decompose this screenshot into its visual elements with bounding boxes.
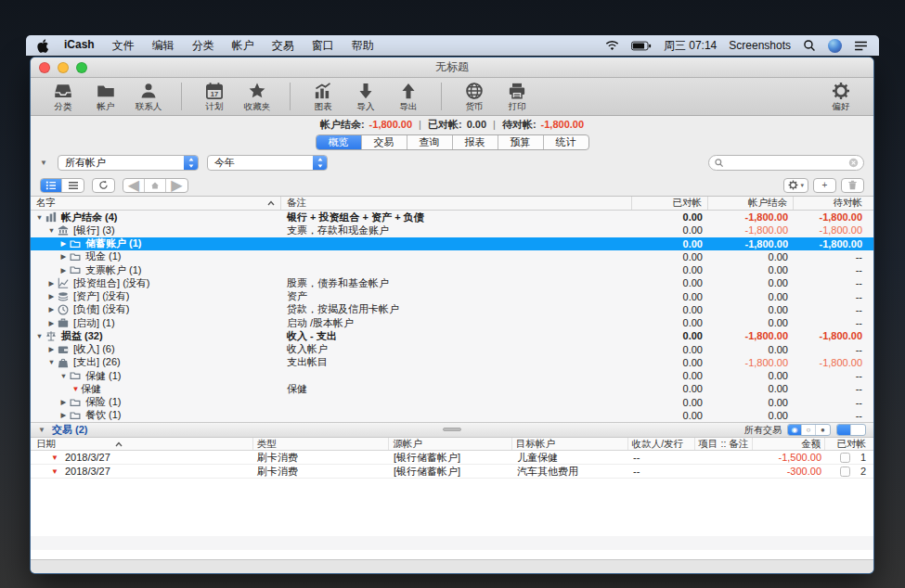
- account-row[interactable]: ▼[银行] (3)支票，存款和现金账户0.00-1,800.00-1,800.0…: [31, 224, 873, 236]
- notification-center-icon[interactable]: [854, 41, 868, 51]
- column-header-date[interactable]: 日期: [31, 438, 253, 450]
- expander-icon[interactable]: ▼: [34, 332, 45, 340]
- tray-button[interactable]: 分类: [42, 82, 84, 113]
- accounts-filter-popup[interactable]: 所有帐户: [58, 155, 199, 171]
- column-header-amount[interactable]: 金额: [753, 438, 825, 450]
- expander-icon[interactable]: ▼: [46, 358, 57, 366]
- expander-icon[interactable]: ▶: [46, 345, 57, 353]
- panel-disclosure-icon[interactable]: ▼: [40, 159, 49, 167]
- expander-icon[interactable]: ▶: [46, 319, 57, 327]
- menu-6[interactable]: 窗口: [312, 38, 334, 54]
- filter-all-icon[interactable]: ◉: [788, 425, 802, 435]
- expander-icon[interactable]: ▶: [58, 239, 69, 248]
- section-disclosure-icon[interactable]: ▼: [38, 426, 47, 434]
- column-header-name[interactable]: 名字: [31, 197, 281, 210]
- list-detail-view-button[interactable]: [41, 179, 62, 192]
- transaction-row[interactable]: ▼2018/3/27刷卡消费[银行储蓄帐户]儿童保健---1,500.001: [31, 451, 873, 465]
- search-input[interactable]: [727, 158, 846, 169]
- expander-icon[interactable]: ▶: [46, 279, 57, 288]
- reconciled-checkbox[interactable]: [840, 467, 850, 477]
- column-header-reconciled[interactable]: 已对帐: [632, 197, 708, 210]
- folder-button[interactable]: 帐户: [84, 82, 127, 113]
- person-button[interactable]: 联系人: [127, 82, 170, 113]
- account-row[interactable]: ▼帐户结余 (4)银行 + 投资组合 + 资产 + 负债0.00-1,800.0…: [31, 211, 873, 224]
- account-row[interactable]: ▼保健保健0.000.00--: [31, 382, 873, 395]
- preferences-button[interactable]: 偏好: [820, 82, 862, 113]
- column-header-payee[interactable]: 收款人/发行: [628, 438, 695, 450]
- star-button[interactable]: 收藏夹: [236, 82, 278, 113]
- refresh-button[interactable]: [92, 178, 115, 193]
- expander-icon[interactable]: ▶: [58, 398, 69, 406]
- account-row[interactable]: ▶支票帐户 (1)0.000.00--: [31, 263, 873, 276]
- expander-icon[interactable]: ▶: [46, 292, 57, 300]
- expander-icon[interactable]: ▼: [58, 372, 69, 380]
- category-marker-icon[interactable]: ▼: [71, 385, 81, 393]
- menubar-clock[interactable]: 周三 07:14: [664, 38, 717, 54]
- tab-0[interactable]: 概览: [317, 135, 362, 149]
- calendar-button[interactable]: 17计划: [193, 82, 236, 113]
- column-header-item[interactable]: 项目 :: 备注: [695, 438, 754, 450]
- expander-icon[interactable]: ▶: [58, 266, 69, 275]
- menu-3[interactable]: 分类: [192, 38, 214, 54]
- account-row[interactable]: ▼保健 (1)0.000.00--: [31, 369, 873, 382]
- expander-icon[interactable]: ▼: [34, 213, 45, 222]
- zoom-button[interactable]: [76, 62, 87, 73]
- menu-2[interactable]: 编辑: [152, 38, 175, 54]
- account-row[interactable]: ▶餐饮 (1)0.000.00--: [31, 409, 873, 422]
- tab-1[interactable]: 交易: [362, 135, 407, 149]
- filter-cleared-icon[interactable]: ●: [816, 425, 830, 435]
- minimize-button[interactable]: [58, 62, 69, 73]
- home-button[interactable]: [145, 179, 166, 192]
- account-row[interactable]: ▶[启动] (1)启动 /股本帐户0.000.00--: [31, 316, 873, 329]
- printer-button[interactable]: 打印: [496, 82, 538, 113]
- expander-icon[interactable]: ▶: [46, 305, 57, 313]
- filter-open-icon[interactable]: ○: [802, 425, 816, 435]
- menu-5[interactable]: 交易: [272, 38, 294, 54]
- account-row[interactable]: ▶[资产] (没有)资产0.000.00--: [31, 290, 873, 303]
- list-plain-view-icon[interactable]: [851, 425, 865, 435]
- expander-icon[interactable]: ▶: [58, 411, 69, 419]
- add-button[interactable]: +: [813, 178, 836, 193]
- menu-7[interactable]: 帮助: [352, 38, 374, 54]
- account-row[interactable]: ▼[支出] (26)支出帐目0.00-1,800.00-1,800.00: [31, 356, 873, 369]
- expander-icon[interactable]: ▶: [58, 252, 69, 261]
- globe-button[interactable]: 货币: [453, 82, 496, 113]
- tab-4[interactable]: 预算: [498, 135, 544, 149]
- account-row[interactable]: ▶储蓄账户 (1)0.00-1,800.00-1,800.00: [31, 237, 873, 250]
- capture-app-indicator[interactable]: Screenshots: [729, 39, 791, 52]
- menu-app[interactable]: iCash: [64, 38, 95, 54]
- column-header-target[interactable]: 目标帐户: [512, 438, 628, 450]
- action-menu-button[interactable]: ▾: [783, 178, 808, 193]
- transaction-row[interactable]: ▼2018/3/27刷卡消费[银行储蓄帐户]汽车其他费用---300.002: [31, 465, 873, 479]
- account-row[interactable]: ▶保险 (1)0.000.00--: [31, 396, 873, 409]
- column-header-note[interactable]: 备注: [281, 197, 632, 210]
- import-button[interactable]: 导入: [344, 82, 387, 113]
- back-button[interactable]: ◀: [123, 179, 145, 192]
- account-row[interactable]: ▼损益 (32)收入 - 支出0.00-1,800.00-1,800.00: [31, 329, 873, 342]
- wifi-icon[interactable]: [605, 41, 619, 51]
- account-row[interactable]: ▶[负债] (没有)贷款，按揭及信用卡帐户0.000.00--: [31, 303, 873, 316]
- battery-icon[interactable]: [631, 41, 652, 51]
- column-header-reconciled[interactable]: 已对帐: [825, 438, 873, 450]
- clear-search-icon[interactable]: [848, 158, 859, 168]
- close-button[interactable]: [39, 62, 50, 73]
- tab-5[interactable]: 统计: [544, 135, 588, 149]
- chart-button[interactable]: 图表: [302, 82, 344, 113]
- splitter-grip[interactable]: [443, 428, 461, 431]
- spotlight-icon[interactable]: [803, 39, 816, 52]
- column-header-balance[interactable]: 帐户结余: [708, 197, 794, 210]
- account-row[interactable]: ▶[收入] (6)收入帐户0.000.00--: [31, 343, 873, 356]
- tab-2[interactable]: 查询: [407, 135, 453, 149]
- menu-4[interactable]: 帐户: [232, 38, 254, 54]
- expander-icon[interactable]: ▼: [46, 226, 57, 235]
- column-header-pending[interactable]: 待对帐: [794, 197, 873, 210]
- forward-button[interactable]: ▶: [166, 179, 187, 192]
- reconciled-checkbox[interactable]: [840, 453, 850, 463]
- column-header-source[interactable]: 源帐户: [389, 438, 512, 450]
- list-plain-view-button[interactable]: [62, 179, 84, 192]
- period-filter-popup[interactable]: 今年: [207, 155, 328, 171]
- export-button[interactable]: 导出: [387, 82, 430, 113]
- list-detail-view-icon[interactable]: [837, 425, 851, 435]
- column-header-type[interactable]: 类型: [253, 438, 390, 450]
- siri-icon[interactable]: [828, 39, 842, 53]
